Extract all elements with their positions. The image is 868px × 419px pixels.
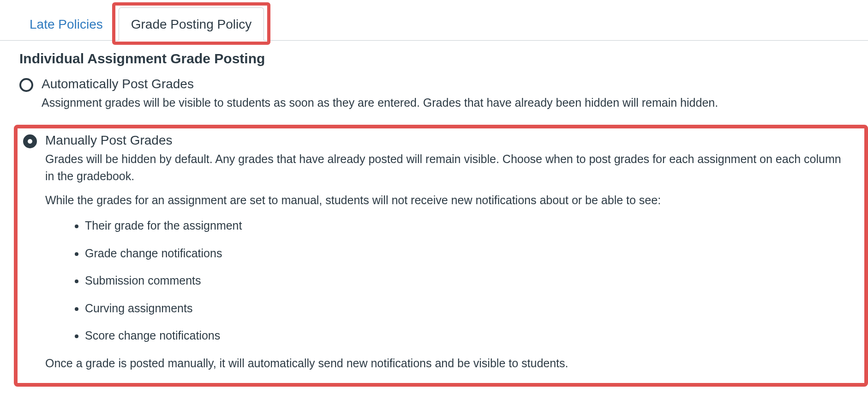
radio-manual-post[interactable]	[23, 134, 37, 148]
option-auto-desc: Assignment grades will be visible to stu…	[42, 94, 868, 112]
content-area: Individual Assignment Grade Posting Auto…	[0, 41, 868, 397]
option-auto-title: Automatically Post Grades	[42, 77, 868, 91]
option-auto-post: Automatically Post Grades Assignment gra…	[19, 77, 868, 118]
tab-late-policies[interactable]: Late Policies	[18, 8, 115, 40]
tab-grade-posting-policy[interactable]: Grade Posting Policy	[119, 7, 264, 41]
annotation-highlight-manual: Manually Post Grades Grades will be hidd…	[14, 125, 868, 387]
tab-active-wrap: Grade Posting Policy	[119, 7, 264, 40]
list-item: Their grade for the assignment	[85, 217, 859, 235]
section-title: Individual Assignment Grade Posting	[19, 51, 868, 67]
option-manual-desc2: While the grades for an assignment are s…	[45, 192, 859, 209]
list-item: Curving assignments	[85, 300, 859, 317]
option-manual-title: Manually Post Grades	[45, 133, 859, 148]
list-item: Submission comments	[85, 272, 859, 290]
option-manual-desc3: Once a grade is posted manually, it will…	[45, 355, 859, 372]
list-item: Score change notifications	[85, 327, 859, 345]
list-item: Grade change notifications	[85, 245, 859, 262]
manual-list: Their grade for the assignment Grade cha…	[45, 217, 859, 345]
option-auto-body: Automatically Post Grades Assignment gra…	[42, 77, 868, 118]
option-manual-body: Manually Post Grades Grades will be hidd…	[45, 133, 859, 379]
tabs-bar: Late Policies Grade Posting Policy	[0, 0, 868, 41]
option-manual-desc1: Grades will be hidden by default. Any gr…	[45, 151, 859, 185]
option-manual-post: Manually Post Grades Grades will be hidd…	[19, 133, 859, 379]
radio-auto-post[interactable]	[19, 78, 33, 92]
